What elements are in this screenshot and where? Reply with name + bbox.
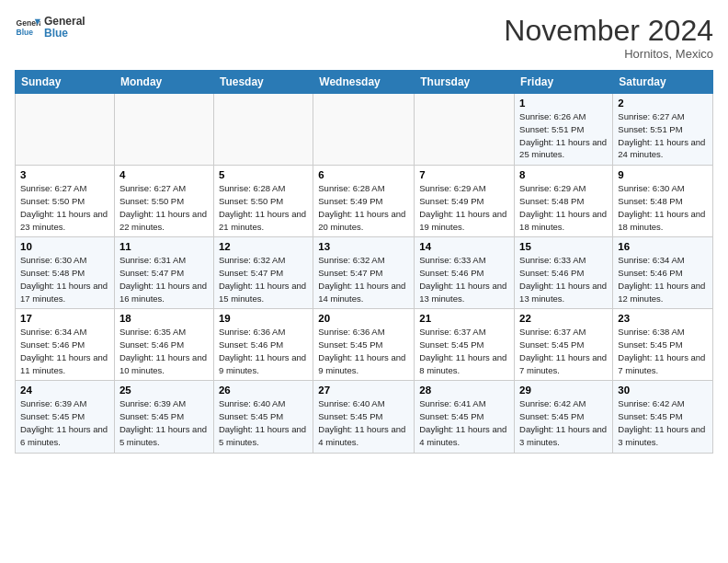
day-cell: 14Sunrise: 6:33 AMSunset: 5:46 PMDayligh… — [415, 237, 515, 309]
day-cell: 10Sunrise: 6:30 AMSunset: 5:48 PMDayligh… — [16, 237, 115, 309]
day-info: Sunrise: 6:42 AMSunset: 5:45 PMDaylight:… — [519, 397, 608, 448]
logo-icon: General Blue — [15, 15, 40, 40]
day-cell: 12Sunrise: 6:32 AMSunset: 5:47 PMDayligh… — [213, 237, 313, 309]
day-cell: 20Sunrise: 6:36 AMSunset: 5:45 PMDayligh… — [313, 309, 415, 381]
day-cell: 28Sunrise: 6:41 AMSunset: 5:45 PMDayligh… — [415, 381, 515, 453]
calendar-header-row: SundayMondayTuesdayWednesdayThursdayFrid… — [16, 71, 713, 94]
day-info: Sunrise: 6:30 AMSunset: 5:48 PMDaylight:… — [20, 254, 109, 304]
month-title: November 2024 — [504, 15, 713, 47]
day-info: Sunrise: 6:40 AMSunset: 5:45 PMDaylight:… — [318, 397, 409, 448]
day-cell — [16, 94, 115, 166]
day-number: 17 — [20, 313, 109, 324]
day-number: 9 — [618, 169, 708, 180]
day-info: Sunrise: 6:33 AMSunset: 5:46 PMDaylight:… — [519, 254, 608, 304]
day-cell — [213, 94, 313, 166]
day-cell: 9Sunrise: 6:30 AMSunset: 5:48 PMDaylight… — [613, 166, 713, 237]
day-cell: 6Sunrise: 6:28 AMSunset: 5:49 PMDaylight… — [313, 166, 415, 237]
day-info: Sunrise: 6:29 AMSunset: 5:49 PMDaylight:… — [419, 182, 509, 233]
day-number: 6 — [318, 169, 409, 180]
col-wednesday: Wednesday — [313, 71, 415, 94]
day-info: Sunrise: 6:32 AMSunset: 5:47 PMDaylight:… — [219, 254, 308, 304]
day-info: Sunrise: 6:32 AMSunset: 5:47 PMDaylight:… — [318, 254, 409, 304]
day-cell — [415, 94, 515, 166]
day-info: Sunrise: 6:42 AMSunset: 5:45 PMDaylight:… — [618, 397, 708, 448]
day-cell: 2Sunrise: 6:27 AMSunset: 5:51 PMDaylight… — [613, 94, 713, 166]
day-cell: 27Sunrise: 6:40 AMSunset: 5:45 PMDayligh… — [313, 381, 415, 453]
col-monday: Monday — [114, 71, 213, 94]
day-info: Sunrise: 6:39 AMSunset: 5:45 PMDaylight:… — [119, 397, 209, 448]
calendar-table: SundayMondayTuesdayWednesdayThursdayFrid… — [15, 70, 713, 453]
day-info: Sunrise: 6:36 AMSunset: 5:46 PMDaylight:… — [219, 326, 308, 376]
day-number: 13 — [318, 241, 409, 252]
day-number: 4 — [119, 169, 209, 180]
day-info: Sunrise: 6:40 AMSunset: 5:45 PMDaylight:… — [219, 397, 308, 448]
day-cell: 21Sunrise: 6:37 AMSunset: 5:45 PMDayligh… — [415, 309, 515, 381]
day-number: 29 — [519, 385, 608, 396]
title-block: November 2024 Hornitos, Mexico — [504, 15, 713, 61]
day-number: 23 — [618, 313, 708, 324]
day-number: 30 — [618, 385, 708, 396]
day-cell: 16Sunrise: 6:34 AMSunset: 5:46 PMDayligh… — [613, 237, 713, 309]
svg-text:Blue: Blue — [17, 28, 34, 37]
day-number: 22 — [519, 313, 608, 324]
day-cell: 19Sunrise: 6:36 AMSunset: 5:46 PMDayligh… — [213, 309, 313, 381]
day-cell: 8Sunrise: 6:29 AMSunset: 5:48 PMDaylight… — [515, 166, 613, 237]
day-info: Sunrise: 6:41 AMSunset: 5:45 PMDaylight:… — [419, 397, 509, 448]
day-info: Sunrise: 6:34 AMSunset: 5:46 PMDaylight:… — [618, 254, 708, 304]
day-number: 27 — [318, 385, 409, 396]
day-cell: 22Sunrise: 6:37 AMSunset: 5:45 PMDayligh… — [515, 309, 613, 381]
day-number: 16 — [618, 241, 708, 252]
day-cell: 3Sunrise: 6:27 AMSunset: 5:50 PMDaylight… — [16, 166, 115, 237]
day-number: 28 — [419, 385, 509, 396]
day-number: 1 — [519, 98, 608, 109]
day-cell: 24Sunrise: 6:39 AMSunset: 5:45 PMDayligh… — [16, 381, 115, 453]
col-friday: Friday — [515, 71, 613, 94]
day-cell: 1Sunrise: 6:26 AMSunset: 5:51 PMDaylight… — [515, 94, 613, 166]
logo: General Blue General Blue — [15, 15, 85, 40]
day-number: 24 — [20, 385, 109, 396]
day-info: Sunrise: 6:27 AMSunset: 5:50 PMDaylight:… — [20, 182, 109, 233]
week-row-4: 17Sunrise: 6:34 AMSunset: 5:46 PMDayligh… — [16, 309, 713, 381]
day-number: 18 — [119, 313, 209, 324]
logo-blue: Blue — [44, 28, 85, 40]
location: Hornitos, Mexico — [504, 47, 713, 61]
week-row-1: 1Sunrise: 6:26 AMSunset: 5:51 PMDaylight… — [16, 94, 713, 166]
day-number: 14 — [419, 241, 509, 252]
col-sunday: Sunday — [16, 71, 115, 94]
week-row-5: 24Sunrise: 6:39 AMSunset: 5:45 PMDayligh… — [16, 381, 713, 453]
day-info: Sunrise: 6:28 AMSunset: 5:50 PMDaylight:… — [219, 182, 308, 233]
day-info: Sunrise: 6:26 AMSunset: 5:51 PMDaylight:… — [519, 110, 608, 161]
day-cell: 4Sunrise: 6:27 AMSunset: 5:50 PMDaylight… — [114, 166, 213, 237]
day-cell — [114, 94, 213, 166]
week-row-3: 10Sunrise: 6:30 AMSunset: 5:48 PMDayligh… — [16, 237, 713, 309]
day-info: Sunrise: 6:31 AMSunset: 5:47 PMDaylight:… — [119, 254, 209, 304]
day-cell: 7Sunrise: 6:29 AMSunset: 5:49 PMDaylight… — [415, 166, 515, 237]
day-info: Sunrise: 6:30 AMSunset: 5:48 PMDaylight:… — [618, 182, 708, 233]
day-cell: 29Sunrise: 6:42 AMSunset: 5:45 PMDayligh… — [515, 381, 613, 453]
col-tuesday: Tuesday — [213, 71, 313, 94]
day-info: Sunrise: 6:39 AMSunset: 5:45 PMDaylight:… — [20, 397, 109, 448]
day-cell — [313, 94, 415, 166]
day-info: Sunrise: 6:27 AMSunset: 5:51 PMDaylight:… — [618, 110, 708, 161]
day-cell: 15Sunrise: 6:33 AMSunset: 5:46 PMDayligh… — [515, 237, 613, 309]
day-cell: 26Sunrise: 6:40 AMSunset: 5:45 PMDayligh… — [213, 381, 313, 453]
day-cell: 17Sunrise: 6:34 AMSunset: 5:46 PMDayligh… — [16, 309, 115, 381]
day-info: Sunrise: 6:29 AMSunset: 5:48 PMDaylight:… — [519, 182, 608, 233]
day-info: Sunrise: 6:38 AMSunset: 5:45 PMDaylight:… — [618, 326, 708, 376]
day-cell: 18Sunrise: 6:35 AMSunset: 5:46 PMDayligh… — [114, 309, 213, 381]
day-cell: 30Sunrise: 6:42 AMSunset: 5:45 PMDayligh… — [613, 381, 713, 453]
day-number: 26 — [219, 385, 308, 396]
day-cell: 23Sunrise: 6:38 AMSunset: 5:45 PMDayligh… — [613, 309, 713, 381]
day-number: 15 — [519, 241, 608, 252]
day-number: 21 — [419, 313, 509, 324]
day-number: 12 — [219, 241, 308, 252]
calendar-page: General Blue General Blue November 2024 … — [0, 0, 728, 563]
day-cell: 13Sunrise: 6:32 AMSunset: 5:47 PMDayligh… — [313, 237, 415, 309]
day-number: 10 — [20, 241, 109, 252]
day-number: 8 — [519, 169, 608, 180]
day-cell: 25Sunrise: 6:39 AMSunset: 5:45 PMDayligh… — [114, 381, 213, 453]
day-info: Sunrise: 6:37 AMSunset: 5:45 PMDaylight:… — [419, 326, 509, 376]
day-cell: 5Sunrise: 6:28 AMSunset: 5:50 PMDaylight… — [213, 166, 313, 237]
header: General Blue General Blue November 2024 … — [15, 15, 713, 61]
day-number: 3 — [20, 169, 109, 180]
